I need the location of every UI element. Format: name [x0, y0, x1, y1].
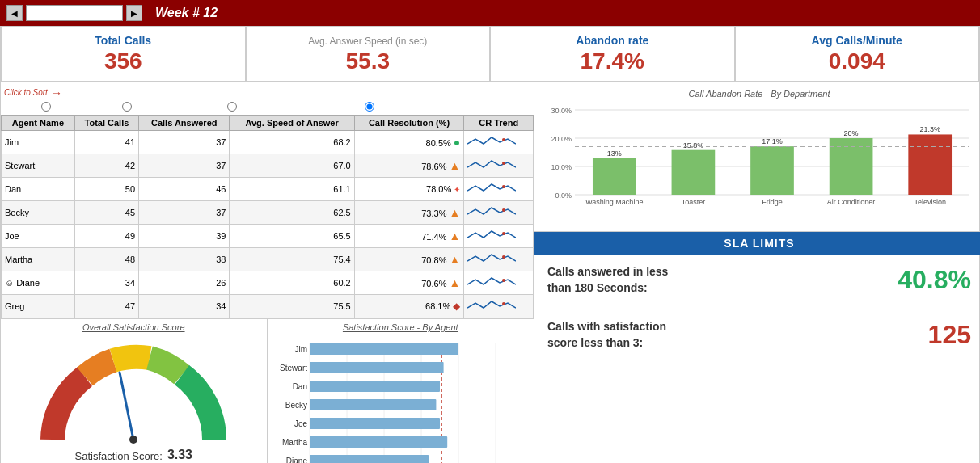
gauge-svg: [32, 339, 234, 444]
status-icon: ▲: [449, 276, 460, 289]
total-calls-cell: 50: [74, 178, 138, 201]
total-calls-cell: 49: [74, 225, 138, 248]
total-calls-cell: 41: [74, 131, 138, 154]
svg-text:Jim: Jim: [294, 345, 307, 354]
trend-cell: [464, 131, 534, 154]
week-input[interactable]: [26, 5, 123, 21]
agent-name-cell: Greg: [2, 295, 75, 318]
table-row: ☺ Diane 34 26 60.2 70.6% ▲: [2, 271, 534, 295]
svg-text:17.1%: 17.1%: [762, 137, 783, 145]
kpi-avg-answer-speed: Avg. Answer Speed (in sec) 55.3: [246, 27, 491, 82]
sla-content: Calls answered in less than 180 Seconds:…: [534, 255, 980, 373]
satisfaction-score-value: 3.33: [167, 448, 192, 462]
col-cr-trend: CR Trend: [464, 116, 534, 131]
byagent-bar-chart: 012345JimStewartDanBeckyJoeMarthaDianeGr…: [271, 335, 522, 463]
calls-answered-cell: 38: [139, 248, 230, 271]
calls-answered-cell: 37: [139, 201, 230, 225]
trend-cell: [464, 154, 534, 178]
kpi-total-calls-label: Total Calls: [5, 34, 242, 47]
kpi-avg-calls-value: 0.094: [739, 48, 976, 74]
sla-section: SLA LIMITS Calls answered in less than 1…: [534, 232, 980, 373]
status-icon: ▲: [449, 159, 460, 172]
satisfaction-score-label: Satisfaction Score:: [74, 450, 162, 462]
satisfaction-panel: Overall Satisfaction Score: [1, 319, 268, 463]
svg-point-9: [129, 436, 137, 444]
trend-cell: [464, 248, 534, 271]
cr-cell: 73.3% ▲: [354, 201, 464, 225]
right-panel: Call Abandon Rate - By Department 0.0%10…: [534, 82, 980, 463]
table-row: Dan 50 46 61.1 78.0% ✦: [2, 178, 534, 201]
svg-text:13%: 13%: [607, 149, 622, 158]
svg-rect-59: [908, 134, 952, 195]
svg-rect-24: [310, 343, 458, 355]
kpi-avg-speed-label: Avg. Answer Speed (in sec): [250, 34, 487, 47]
sla-header: SLA LIMITS: [534, 232, 980, 255]
sla-desc-1: Calls answered in less than 180 Seconds:: [547, 264, 693, 296]
svg-text:Washing Machine: Washing Machine: [585, 198, 643, 206]
svg-text:Becky: Becky: [285, 401, 306, 410]
svg-text:Joe: Joe: [294, 419, 307, 428]
agent-name-cell: Stewart: [2, 154, 75, 178]
trend-cell: [464, 201, 534, 225]
trend-sparkline: [467, 179, 516, 197]
cr-cell: 68.1% ◆: [354, 295, 464, 318]
svg-text:21.3%: 21.3%: [919, 125, 940, 133]
agent-name-cell: Martha: [2, 248, 75, 271]
nav-controls: ◀ ▶: [6, 5, 142, 21]
trend-sparkline: [467, 203, 516, 221]
svg-text:0.0%: 0.0%: [555, 192, 572, 200]
svg-point-7: [502, 302, 505, 305]
sort-row: Click to Sort →: [1, 82, 534, 100]
svg-rect-50: [672, 150, 716, 195]
cr-cell: 71.4% ▲: [354, 225, 464, 248]
status-icon: ▲: [449, 206, 460, 219]
radio-4[interactable]: [365, 100, 374, 115]
status-icon: ▲: [449, 253, 460, 266]
avg-speed-cell: 60.2: [230, 271, 354, 295]
svg-text:15.8%: 15.8%: [683, 141, 704, 149]
radio-3[interactable]: [227, 100, 237, 115]
col-avg-speed: Avg. Speed of Answer: [230, 116, 354, 131]
total-calls-cell: 45: [74, 201, 138, 225]
sla-row-1: Calls answered in less than 180 Seconds:…: [547, 264, 971, 296]
svg-rect-26: [310, 362, 444, 373]
svg-point-5: [502, 255, 505, 259]
sla-row-2: Calls with satisfaction score less than …: [547, 319, 971, 351]
radio-2[interactable]: [122, 100, 132, 115]
svg-rect-30: [310, 399, 436, 410]
cr-cell: 78.6% ▲: [354, 154, 464, 178]
bottom-left-panels: Overall Satisfaction Score: [1, 318, 534, 463]
trend-sparkline: [467, 250, 516, 267]
avg-speed-cell: 75.4: [230, 248, 354, 271]
nav-next-button[interactable]: ▶: [126, 5, 142, 21]
trend-cell: [464, 295, 534, 318]
cr-cell: 80.5% ●: [354, 131, 464, 154]
svg-point-0: [502, 138, 505, 141]
svg-rect-28: [310, 381, 440, 392]
total-calls-cell: 47: [74, 295, 138, 318]
kpi-abandon-rate-value: 17.4%: [494, 48, 731, 74]
bar-chart-title: Call Abandon Rate - By Department: [541, 89, 978, 99]
trend-cell: [464, 178, 534, 201]
svg-text:10.0%: 10.0%: [551, 163, 572, 171]
svg-text:Toaster: Toaster: [682, 198, 706, 206]
avg-speed-cell: 68.2: [230, 131, 354, 154]
svg-point-2: [502, 185, 505, 188]
svg-rect-53: [750, 146, 794, 195]
svg-rect-32: [310, 418, 440, 429]
avg-speed-cell: 65.5: [230, 225, 354, 248]
main-area: Click to Sort → Agent Name Total C: [0, 82, 980, 463]
radio-row: [1, 100, 534, 115]
svg-point-6: [502, 279, 505, 282]
agent-name-cell: ☺ Diane: [2, 271, 75, 295]
svg-text:Stewart: Stewart: [280, 364, 307, 373]
table-row: Becky 45 37 62.5 73.3% ▲: [2, 201, 534, 225]
bar-chart-area: Call Abandon Rate - By Department 0.0%10…: [534, 82, 980, 232]
nav-prev-button[interactable]: ◀: [6, 5, 23, 21]
kpi-abandon-rate-label: Abandon rate: [494, 34, 731, 47]
avg-speed-cell: 67.0: [230, 154, 354, 178]
calls-answered-cell: 37: [139, 154, 230, 178]
abandon-rate-chart: 0.0%10.0%20.0%30.0%13%Washing Machine15.…: [541, 102, 978, 231]
radio-1[interactable]: [41, 100, 51, 115]
trend-sparkline: [467, 273, 516, 291]
